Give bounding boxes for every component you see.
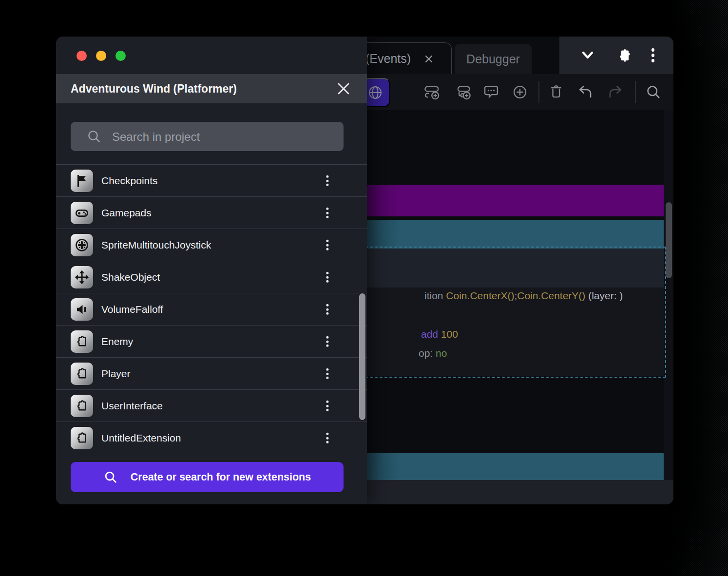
gamepad-icon xyxy=(71,202,93,224)
tab-events-label: (Events) xyxy=(365,52,411,66)
tab-close-icon[interactable] xyxy=(423,54,434,64)
list-item-enemy[interactable]: Enemy xyxy=(56,325,367,358)
tab-events[interactable]: (Events) xyxy=(358,42,452,75)
text-fragment: Coin.CenterX() xyxy=(446,290,514,301)
extensions-puzzle-icon[interactable] xyxy=(616,47,632,64)
text-fragment: (layer: ) xyxy=(585,290,623,301)
puzzle-icon xyxy=(71,330,93,353)
project-search[interactable] xyxy=(71,122,344,151)
project-manager-panel: Adventurous Wind (Platformer) xyxy=(56,37,367,504)
text-fragment: op: xyxy=(419,347,436,359)
add-subevent-icon[interactable] xyxy=(454,83,472,101)
search-icon[interactable] xyxy=(645,83,662,101)
toolbar-divider xyxy=(635,81,636,103)
toolbar-divider xyxy=(538,81,539,103)
text-fragment: ition xyxy=(424,290,446,301)
move-arrows-icon xyxy=(71,266,93,288)
item-menu-kebab-icon[interactable] xyxy=(324,399,330,413)
panel-header: Adventurous Wind (Platformer) xyxy=(56,74,367,103)
event-action-text[interactable]: ition Coin.CenterX();Coin.CenterY() (lay… xyxy=(424,289,623,302)
text-fragment: 100 xyxy=(441,328,458,340)
chevron-down-icon[interactable] xyxy=(578,48,597,63)
item-menu-kebab-icon[interactable] xyxy=(324,366,330,381)
item-menu-kebab-icon[interactable] xyxy=(324,431,330,445)
add-comment-icon[interactable] xyxy=(482,83,500,101)
list-item-label: SpriteMultitouchJoystick xyxy=(101,229,211,261)
list-item-label: UntitledExtension xyxy=(101,422,181,454)
puzzle-icon xyxy=(71,363,93,385)
traffic-light-close[interactable] xyxy=(77,51,87,61)
search-icon xyxy=(86,129,102,144)
panel-title: Adventurous Wind (Platformer) xyxy=(71,82,237,96)
puzzle-icon xyxy=(71,395,93,417)
list-item-spritemultitouchjoystick[interactable]: SpriteMultitouchJoystick xyxy=(56,229,367,261)
list-item-label: Checkpoints xyxy=(101,165,158,197)
item-menu-kebab-icon[interactable] xyxy=(324,270,330,285)
list-item-volumefalloff[interactable]: VolumeFalloff xyxy=(56,293,367,326)
add-event-icon[interactable] xyxy=(423,83,441,101)
tab-debugger-label: Debugger xyxy=(466,52,520,66)
redo-icon[interactable] xyxy=(607,83,624,101)
text-fragment: add xyxy=(421,328,441,340)
event-row-purple[interactable] xyxy=(363,185,664,216)
event-action-text[interactable]: add 100 xyxy=(421,328,458,340)
item-menu-kebab-icon[interactable] xyxy=(324,173,330,188)
create-extension-button[interactable]: Create or search for new extensions xyxy=(71,462,344,492)
list-item-userinterface[interactable]: UserInterface xyxy=(56,389,367,422)
window-topright-controls xyxy=(559,37,673,74)
screen: (Events) Debugger xyxy=(0,0,728,576)
item-menu-kebab-icon[interactable] xyxy=(324,206,330,220)
tab-debugger[interactable]: Debugger xyxy=(455,44,532,74)
event-action-text[interactable]: op: no xyxy=(419,347,447,359)
item-menu-kebab-icon[interactable] xyxy=(324,334,330,349)
list-item-label: VolumeFalloff xyxy=(101,293,163,326)
puzzle-icon xyxy=(71,427,93,449)
undo-icon[interactable] xyxy=(576,83,594,101)
events-scrollbar-thumb[interactable] xyxy=(666,202,672,278)
create-extension-label: Create or search for new extensions xyxy=(131,471,311,483)
trash-icon[interactable] xyxy=(548,83,566,101)
search-input[interactable] xyxy=(111,122,337,152)
add-circle-icon[interactable] xyxy=(511,83,529,101)
joystick-icon xyxy=(71,234,93,256)
kebab-menu-icon[interactable] xyxy=(651,48,654,62)
list-item-label: Gamepads xyxy=(101,197,152,229)
item-menu-kebab-icon[interactable] xyxy=(324,302,330,317)
item-menu-kebab-icon[interactable] xyxy=(324,238,330,252)
selected-event[interactable]: ition Coin.CenterX();Coin.CenterY() (lay… xyxy=(365,247,666,378)
traffic-light-minimize[interactable] xyxy=(96,51,106,61)
list-item-player[interactable]: Player xyxy=(56,357,367,390)
list-item-label: UserInterface xyxy=(101,390,163,422)
traffic-light-zoom[interactable] xyxy=(115,51,126,61)
list-item-label: Enemy xyxy=(101,326,133,358)
list-item-gamepads[interactable]: Gamepads xyxy=(56,196,367,229)
text-fragment: Coin.CenterY() xyxy=(517,290,585,301)
speaker-icon xyxy=(71,298,93,321)
panel-scrollbar-thumb[interactable] xyxy=(359,293,365,420)
list-item-untitledextension[interactable]: UntitledExtension xyxy=(56,422,367,454)
app-window: (Events) Debugger xyxy=(56,37,673,504)
list-item-label: Player xyxy=(101,358,131,390)
flag-icon xyxy=(71,170,93,192)
list-item-checkpoints[interactable]: Checkpoints xyxy=(56,164,367,197)
search-icon xyxy=(103,470,118,484)
list-item-shakeobject[interactable]: ShakeObject xyxy=(56,261,367,293)
selected-event-conditions[interactable] xyxy=(367,249,664,288)
list-item-label: ShakeObject xyxy=(101,261,160,293)
close-icon[interactable] xyxy=(336,81,351,96)
text-fragment: no xyxy=(436,347,447,359)
